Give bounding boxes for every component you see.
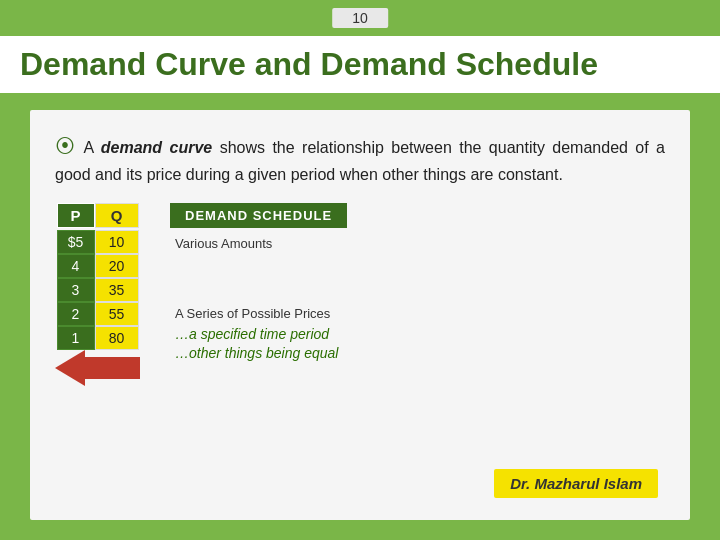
various-amounts-label: Various Amounts — [175, 236, 665, 251]
red-arrow — [55, 350, 140, 386]
price-column: $5 4 3 2 1 — [57, 230, 95, 350]
col-header-p: P — [57, 203, 95, 228]
arrow-tip — [55, 350, 85, 386]
col-header-q: Q — [95, 203, 139, 228]
author-badge: Dr. Mazharul Islam — [494, 469, 658, 498]
qty-cell-2: 20 — [95, 254, 139, 278]
slide-number: 10 — [332, 8, 388, 28]
table-section: P Q $5 4 3 2 1 10 20 — [55, 203, 140, 386]
content-area: ⦿ A demand curve shows the relationship … — [30, 110, 690, 520]
bullet-icon: ⦿ — [55, 135, 75, 157]
demand-curve-term: demand curve — [101, 139, 212, 156]
table-header-row: P Q — [57, 203, 139, 228]
italic-line2: …other things being equal — [175, 345, 665, 361]
price-cell-5: 1 — [57, 326, 95, 350]
body-intro: A — [84, 139, 94, 156]
price-cell-3: 3 — [57, 278, 95, 302]
right-section: DEMAND SCHEDULE Various Amounts A Series… — [160, 203, 665, 361]
data-rows: $5 4 3 2 1 10 20 35 55 80 — [57, 230, 139, 350]
arrow-wrapper — [55, 350, 140, 386]
price-cell-4: 2 — [57, 302, 95, 326]
arrow-body — [85, 357, 140, 379]
qty-cell-1: 10 — [95, 230, 139, 254]
schedule-area: P Q $5 4 3 2 1 10 20 — [55, 203, 665, 386]
italic-line1: …a specified time period — [175, 326, 665, 342]
title-bar: Demand Curve and Demand Schedule — [0, 36, 720, 93]
qty-cell-3: 35 — [95, 278, 139, 302]
demand-schedule-label: DEMAND SCHEDULE — [170, 203, 347, 228]
price-cell-2: 4 — [57, 254, 95, 278]
demand-table: P Q $5 4 3 2 1 10 20 — [57, 203, 139, 350]
series-label: A Series of Possible Prices — [175, 306, 665, 321]
qty-cell-4: 55 — [95, 302, 139, 326]
slide-title: Demand Curve and Demand Schedule — [20, 46, 700, 83]
qty-cell-5: 80 — [95, 326, 139, 350]
page-number: 10 — [352, 10, 368, 26]
price-cell-1: $5 — [57, 230, 95, 254]
body-text: ⦿ A demand curve shows the relationship … — [55, 130, 665, 188]
slide-container: 10 Demand Curve and Demand Schedule ⦿ A … — [0, 0, 720, 540]
quantity-column: 10 20 35 55 80 — [95, 230, 139, 350]
